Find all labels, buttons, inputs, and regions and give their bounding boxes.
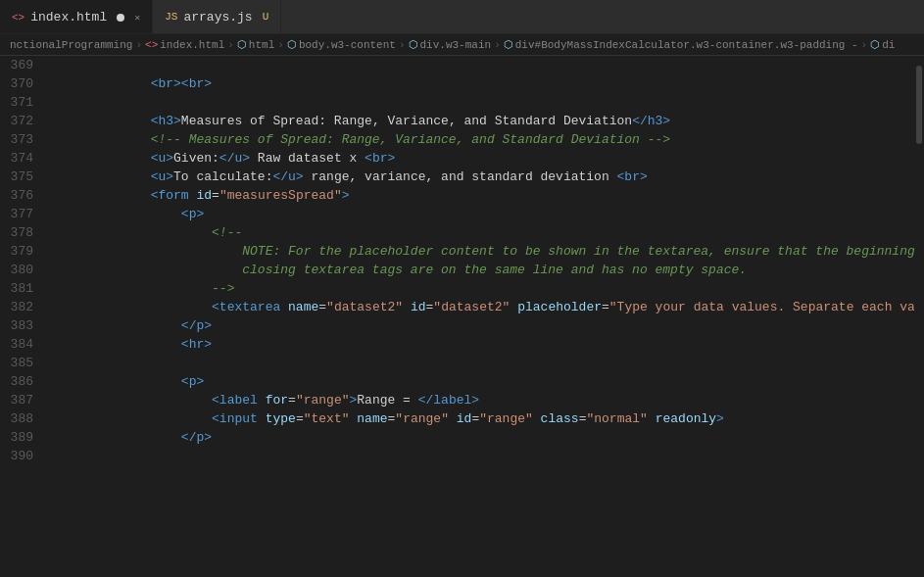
code-line-369 — [59, 56, 914, 74]
line-num-377: 377 — [0, 205, 43, 223]
tab-arrays-js[interactable]: JS arrays.js U — [153, 0, 281, 33]
code-line-379: NOTE: For the placeholder content to be … — [59, 242, 914, 261]
breadcrumb-text-6: di — [882, 39, 895, 51]
line-num-375: 375 — [0, 168, 43, 186]
code-line-372: <h3>Measures of Spread: Range, Variance,… — [59, 112, 914, 130]
line-num-389: 389 — [0, 428, 43, 447]
breadcrumb-icon-1: <> — [145, 39, 158, 51]
breadcrumb-sep-1: › — [227, 39, 234, 51]
line-num-370: 370 — [0, 74, 43, 93]
breadcrumb-icon-6: ⬡ — [870, 38, 880, 51]
line-num-369: 369 — [0, 56, 43, 74]
code-line-370: <br><br> — [59, 74, 914, 93]
code-line-387: <label for="range">Range = </label> — [59, 391, 914, 409]
line-num-372: 372 — [0, 112, 43, 130]
code-line-371 — [59, 93, 914, 112]
line-num-371: 371 — [0, 93, 43, 112]
code-line-386: <p> — [59, 372, 914, 391]
breadcrumb-sep-3: › — [399, 39, 406, 51]
breadcrumb-item-2[interactable]: ⬡ html — [237, 38, 274, 51]
line-num-374: 374 — [0, 149, 43, 168]
code-line-382: <textarea name="dataset2" id="dataset2" … — [59, 298, 914, 316]
code-line-383: </p> — [59, 316, 914, 335]
code-line-381: --> — [59, 279, 914, 298]
line-num-388: 388 — [0, 409, 43, 428]
line-numbers-gutter: 369 370 371 372 373 374 375 376 377 378 … — [0, 56, 51, 577]
breadcrumb-sep-4: › — [494, 39, 501, 51]
code-line-385 — [59, 354, 914, 372]
tab-label-arrays-js: arrays.js — [183, 10, 252, 24]
editor-area: 369 370 371 372 373 374 375 376 377 378 … — [0, 56, 924, 577]
line-num-381: 381 — [0, 279, 43, 298]
tab-modified-dot — [117, 14, 124, 22]
line-num-384: 384 — [0, 335, 43, 354]
line-num-382: 382 — [0, 298, 43, 316]
breadcrumb-text-3: body.w3-content — [299, 39, 396, 51]
breadcrumb-text-1: index.html — [160, 39, 224, 51]
line-num-386: 386 — [0, 372, 43, 391]
html-file-icon: <> — [12, 12, 24, 24]
breadcrumb-item-4[interactable]: ⬡ div.w3-main — [409, 38, 492, 51]
tab-unsaved-marker: U — [263, 11, 269, 23]
tab-index-html[interactable]: <> index.html ✕ — [0, 0, 153, 33]
line-num-387: 387 — [0, 391, 43, 409]
breadcrumb-text-2: html — [249, 39, 274, 51]
breadcrumb-text-5: div#BodyMassIndexCalculator.w3-container… — [515, 39, 858, 51]
tab-label-index-html: index.html — [30, 10, 107, 24]
code-line-384: <hr> — [59, 335, 914, 354]
breadcrumb-text-4: div.w3-main — [420, 39, 492, 51]
code-line-376: <form id="measuresSpread"> — [59, 186, 914, 205]
code-line-375: <u>To calculate:</u> range, variance, an… — [59, 168, 914, 186]
breadcrumb-text-0: nctionalProgramming — [10, 39, 132, 51]
line-num-380: 380 — [0, 261, 43, 279]
breadcrumb-item-0[interactable]: nctionalProgramming — [10, 39, 132, 51]
code-line-378: <!-- — [59, 223, 914, 242]
line-num-390: 390 — [0, 447, 43, 465]
breadcrumb-sep-2: › — [277, 39, 284, 51]
tab-bar: <> index.html ✕ JS arrays.js U — [0, 0, 924, 34]
code-line-390 — [59, 447, 914, 465]
scrollbar-thumb[interactable] — [916, 66, 922, 144]
line-num-373: 373 — [0, 130, 43, 149]
tab-close-index-html[interactable]: ✕ — [134, 12, 140, 24]
code-editor[interactable]: <br><br> <h3>Measures of Spread: Range, … — [51, 56, 914, 577]
breadcrumb-icon-3: ⬡ — [287, 38, 297, 51]
breadcrumb-sep-0: › — [135, 39, 142, 51]
code-line-380: closing textarea tags are on the same li… — [59, 261, 914, 279]
code-line-389: </p> — [59, 428, 914, 447]
breadcrumb-item-5[interactable]: ⬡ div#BodyMassIndexCalculator.w3-contain… — [504, 38, 858, 51]
line-num-378: 378 — [0, 223, 43, 242]
js-file-icon: JS — [165, 11, 177, 23]
breadcrumb-icon-5: ⬡ — [504, 38, 513, 51]
breadcrumb-item-3[interactable]: ⬡ body.w3-content — [287, 38, 396, 51]
code-line-374: <u>Given:</u> Raw dataset x <br> — [59, 149, 914, 168]
breadcrumb-icon-4: ⬡ — [409, 38, 418, 51]
code-line-373: <!-- Measures of Spread: Range, Variance… — [59, 130, 914, 149]
breadcrumb-sep-5: › — [861, 39, 868, 51]
breadcrumb-item-1[interactable]: <> index.html — [145, 39, 224, 51]
line-num-376: 376 — [0, 186, 43, 205]
breadcrumb-icon-2: ⬡ — [237, 38, 247, 51]
code-line-388: <input type="text" name="range" id="rang… — [59, 409, 914, 428]
line-num-385: 385 — [0, 354, 43, 372]
breadcrumb-item-6[interactable]: ⬡ di — [870, 38, 895, 51]
breadcrumb: nctionalProgramming › <> index.html › ⬡ … — [0, 34, 924, 56]
line-num-379: 379 — [0, 242, 43, 261]
line-num-383: 383 — [0, 316, 43, 335]
code-line-377: <p> — [59, 205, 914, 223]
vertical-scrollbar[interactable] — [914, 56, 924, 577]
